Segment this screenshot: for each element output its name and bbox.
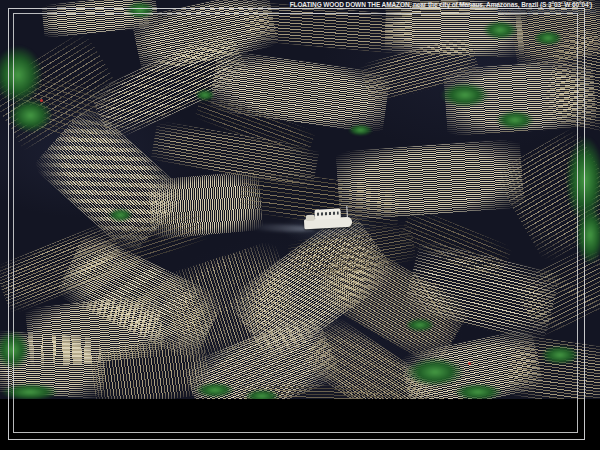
wallpaper: FLOATING WOOD DOWN THE AMAZON, near the … (0, 0, 600, 450)
photo-caption: FLOATING WOOD DOWN THE AMAZON, near the … (290, 1, 592, 8)
vegetation-patch (495, 110, 535, 130)
vegetation-patch (348, 124, 373, 136)
photo-credit-url: http://www.yannarthusbertrand.com (497, 8, 596, 15)
vegetation-patch (405, 318, 435, 332)
red-marker (468, 362, 471, 365)
vegetation-patch (195, 89, 215, 101)
vegetation-patch (453, 383, 503, 399)
vegetation-patch (540, 345, 580, 365)
boat (299, 202, 359, 239)
vegetation-patch (8, 98, 53, 133)
red-marker (40, 99, 43, 102)
boat-rear-deck (306, 215, 315, 221)
vegetation-patch (0, 383, 60, 399)
vegetation-patch (482, 20, 518, 40)
boat-mast (346, 206, 348, 218)
vegetation-patch (195, 382, 235, 398)
vegetation-patch (575, 205, 600, 265)
log-raft-layer (0, 0, 600, 399)
aerial-photo (0, 0, 600, 399)
log-cluster (506, 334, 600, 399)
vegetation-patch (125, 1, 155, 19)
vegetation-patch (244, 389, 280, 399)
vegetation-patch (108, 208, 133, 222)
vegetation-patch (533, 30, 563, 46)
caption-band (0, 399, 600, 450)
vegetation-patch (405, 357, 465, 387)
vegetation-patch (440, 82, 490, 108)
